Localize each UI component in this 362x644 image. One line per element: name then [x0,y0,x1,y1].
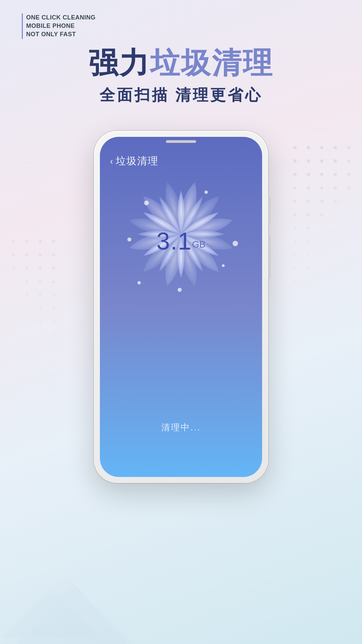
svg-point-34 [307,267,310,270]
svg-point-16 [307,186,310,190]
floating-dot-3 [127,237,131,241]
size-display: 3.1GB [157,227,206,255]
svg-point-22 [320,200,323,203]
svg-point-19 [347,186,350,190]
svg-point-33 [293,267,297,270]
svg-point-10 [293,173,297,176]
svg-point-56 [39,307,42,310]
svg-point-47 [25,267,28,270]
svg-point-49 [52,280,55,283]
svg-point-59 [52,334,55,337]
branding-block: ONE CLICK CLEANING MOBILE PHONE NOT ONLY… [22,13,96,39]
headline-part2: 垃圾清理 [150,46,274,79]
headline-part1: 强力 [88,46,150,79]
phone-outer-shell: ‹ 垃圾清理 [94,131,268,483]
svg-point-39 [25,240,28,243]
floating-dot-4 [233,241,238,246]
svg-point-44 [12,253,15,257]
svg-point-32 [307,253,310,257]
phone-speaker [166,140,196,143]
svg-point-18 [334,186,337,190]
svg-point-25 [307,213,310,216]
svg-point-3 [334,146,337,149]
svg-point-46 [39,267,42,270]
brand-line-2: MOBILE PHONE [26,22,96,30]
svg-point-20 [293,200,297,203]
svg-point-54 [25,293,28,297]
svg-point-42 [39,253,42,257]
phone-mockup: ‹ 垃圾清理 [94,131,268,483]
svg-point-41 [52,253,55,257]
svg-point-24 [293,213,297,216]
svg-point-50 [39,280,42,283]
svg-point-60 [52,347,55,351]
svg-point-7 [320,159,323,163]
svg-point-40 [12,240,15,243]
floating-dot-2 [204,191,208,194]
floating-dot-7 [222,264,225,267]
brand-line-3: NOT ONLY FAST [26,30,96,39]
svg-point-0 [293,146,297,149]
svg-point-43 [25,253,28,257]
svg-point-38 [39,240,42,243]
back-icon[interactable]: ‹ [110,156,113,167]
svg-point-51 [25,280,28,283]
svg-point-9 [347,159,350,163]
size-number: 3.1 [157,228,192,255]
svg-point-5 [293,159,297,163]
svg-point-13 [334,173,337,176]
svg-point-48 [12,267,15,270]
headline-main: 强力垃圾清理 [0,47,362,79]
svg-point-45 [52,267,55,270]
screen-title: 垃圾清理 [116,154,159,168]
brand-line-1: ONE CLICK CLEANING [26,13,96,22]
phone-volume-button [268,235,271,278]
size-unit: GB [192,239,205,250]
headline-container: 强力垃圾清理 全面扫描 清理更省心 [0,47,362,106]
svg-point-21 [307,200,310,203]
svg-point-57 [52,320,55,324]
svg-point-8 [334,159,337,163]
floating-dot-6 [178,288,182,292]
svg-point-26 [320,213,323,216]
svg-point-27 [293,226,297,230]
svg-point-31 [293,253,297,257]
svg-point-52 [52,293,55,297]
svg-point-37 [52,240,55,243]
svg-point-30 [307,240,310,243]
svg-point-17 [320,186,323,190]
phone-power-button [268,198,271,225]
svg-point-35 [293,280,297,283]
svg-point-61 [52,361,55,364]
floating-dot-1 [144,201,149,205]
svg-point-2 [320,146,323,149]
phone-screen: ‹ 垃圾清理 [100,137,262,477]
svg-point-36 [293,293,297,297]
svg-point-11 [307,173,310,176]
headline-subtitle: 全面扫描 清理更省心 [0,85,362,106]
svg-point-14 [347,173,350,176]
svg-point-6 [307,159,310,163]
svg-point-55 [52,307,55,310]
svg-point-53 [39,293,42,297]
floating-dot-5 [137,281,141,284]
svg-point-28 [307,226,310,230]
svg-point-1 [307,146,310,149]
svg-point-58 [39,320,42,324]
svg-point-12 [320,173,323,176]
svg-point-23 [334,200,337,203]
svg-point-15 [293,186,297,190]
svg-point-62 [52,374,55,377]
svg-point-63 [52,387,55,391]
svg-point-29 [293,240,297,243]
svg-point-4 [347,146,350,149]
cleaning-status: 清理中... [161,422,201,433]
